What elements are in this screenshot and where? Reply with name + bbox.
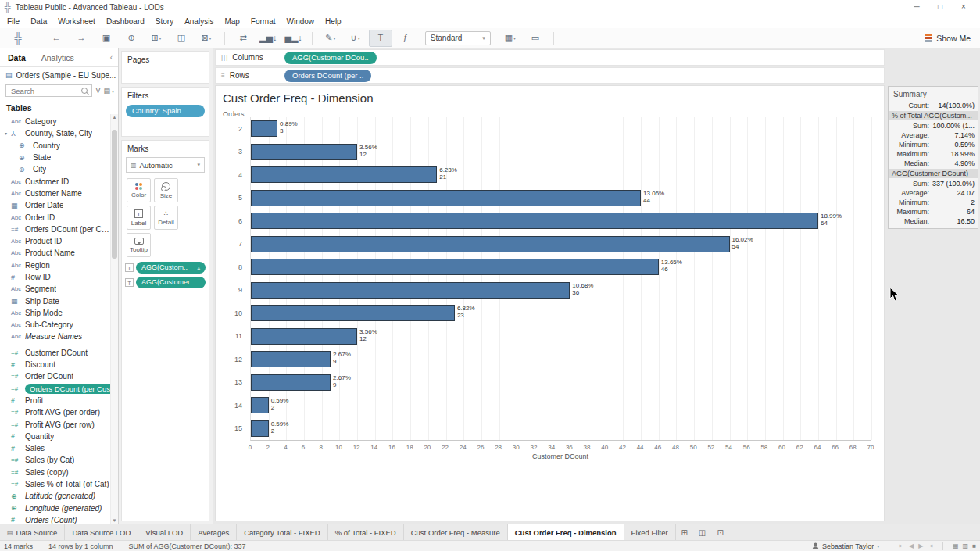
field-customer-dcount[interactable]: =#Customer DCount [0, 347, 111, 359]
field-customer-id[interactable]: AbcCustomer ID [0, 175, 111, 187]
field-sales[interactable]: #Sales [0, 442, 111, 454]
scroll-up-icon[interactable]: ▲ [111, 115, 118, 120]
field-order-date[interactable]: ▦Order Date [0, 199, 111, 211]
field-quantity[interactable]: #Quantity [0, 431, 111, 442]
save-button[interactable]: ▣ [95, 30, 118, 47]
color-button[interactable]: Color [127, 178, 151, 202]
label-button[interactable]: T Label [127, 206, 151, 230]
filters-card[interactable]: Filters Country: Spain [121, 87, 209, 137]
menu-map[interactable]: Map [219, 16, 245, 27]
rows-pill[interactable]: Orders DCount (per .. [284, 70, 371, 82]
presentation-mode-button[interactable]: ▭ [524, 30, 547, 47]
field-row-id[interactable]: #Row ID [0, 271, 111, 283]
menu-worksheet[interactable]: Worksheet [52, 16, 101, 27]
field-category[interactable]: AbcCategory [0, 116, 111, 127]
bar[interactable] [251, 213, 818, 229]
field-sub-category[interactable]: AbcSub-Category [0, 319, 111, 331]
new-worksheet-tab[interactable]: ⊞ [676, 524, 694, 540]
sheet-nav-icon-2[interactable]: ▶ [918, 542, 923, 549]
user-menu[interactable]: Sebastian Taylor ▾ [812, 542, 879, 550]
new-story-tab[interactable]: ⊡ [712, 524, 730, 540]
duplicate-sheet-button[interactable]: ◫ [170, 30, 193, 47]
tab-cust-order-freq-dimension[interactable]: Cust Order Freq - Dimension [508, 524, 624, 540]
columns-shelf[interactable]: ||| Columns AGG(Customer DCou.. [215, 49, 885, 66]
view-mode-icon-2[interactable]: ■ [972, 542, 976, 549]
view-options-icon[interactable]: ▤▾ [103, 87, 114, 95]
undo-button[interactable]: ← [45, 30, 68, 47]
field-measure-names[interactable]: AbcMeasure Names [0, 331, 111, 342]
field-state[interactable]: ⊕State [0, 152, 111, 163]
bar[interactable] [251, 282, 570, 299]
tab-averages[interactable]: Averages [191, 524, 237, 540]
scrollbar-thumb[interactable] [112, 130, 117, 259]
bar[interactable] [251, 144, 357, 160]
bar[interactable] [251, 328, 357, 345]
field-orders-dcount-per-cus[interactable]: =#Orders DCount (per Cus... [0, 383, 111, 395]
field-sales-by-cat[interactable]: =#Sales (by Cat) [0, 454, 111, 466]
bar[interactable] [251, 305, 455, 321]
field-customer-name[interactable]: AbcCustomer Name [0, 188, 111, 199]
maximize-button[interactable]: □ [928, 0, 952, 14]
field-latitude-generated[interactable]: ⊕Latitude (generated) [0, 490, 111, 502]
highlight-button[interactable]: ✎▾ [319, 30, 342, 47]
tab-data-source-lod[interactable]: Data Source LOD [65, 524, 138, 540]
view-mode-icon-1[interactable]: ▥ [963, 542, 969, 549]
filter-fields-icon[interactable]: ∇ [95, 87, 100, 95]
columns-pill[interactable]: AGG(Customer DCou.. [284, 52, 377, 64]
tab-data[interactable]: Data [0, 50, 34, 66]
marks-pill[interactable]: AGG(Customer.. [136, 277, 206, 288]
bar[interactable] [251, 166, 437, 183]
field-order-dcount[interactable]: =#Order DCount [0, 370, 111, 382]
close-button[interactable]: × [952, 0, 975, 14]
field-country-state-city[interactable]: ▾YCountry, State, City [0, 127, 111, 139]
tooltip-button[interactable]: Tooltip [127, 233, 151, 257]
field-profit-avg-per-order[interactable]: =#Profit AVG (per order) [0, 406, 111, 418]
view-mode-icon-0[interactable]: ▦ [953, 542, 959, 549]
bar[interactable] [251, 374, 331, 391]
bar[interactable] [251, 190, 641, 206]
sort-descending-button[interactable]: ▅▂↓ [281, 30, 305, 47]
field-segment[interactable]: AbcSegment [0, 283, 111, 295]
show-hide-cards-button[interactable]: ▦▾ [499, 30, 522, 47]
menu-window[interactable]: Window [281, 16, 320, 27]
field-profit-avg-per-row[interactable]: =#Profit AVG (per row) [0, 418, 111, 430]
field-discount[interactable]: #Discount [0, 359, 111, 370]
field-orders-count[interactable]: #Orders (Count) [0, 514, 111, 524]
tab-of-total-fixed[interactable]: % of Total - FIXED [328, 524, 404, 540]
sheet-nav-icon-1[interactable]: ◀ [909, 542, 914, 549]
bar[interactable] [251, 236, 730, 252]
field-sales-copy[interactable]: =#Sales (copy) [0, 467, 111, 478]
field-city[interactable]: ⊕City [0, 163, 111, 175]
menu-file[interactable]: File [2, 16, 25, 27]
field-ship-mode[interactable]: AbcShip Mode [0, 307, 111, 319]
bar[interactable] [251, 420, 269, 437]
field-product-name[interactable]: AbcProduct Name [0, 247, 111, 259]
bar[interactable] [251, 120, 277, 137]
rows-shelf[interactable]: ≡ Rows Orders DCount (per .. [215, 67, 885, 84]
swap-rows-columns-button[interactable]: ⇄ [231, 30, 255, 47]
show-me-button[interactable]: Show Me [925, 34, 974, 43]
filter-pill-country[interactable]: Country: Spain [126, 105, 205, 117]
tab-category-total-fixed[interactable]: Category Total - FIXED [237, 524, 328, 540]
tab-fixed-filter[interactable]: Fixed Filter [624, 524, 676, 540]
field-longitude-generated[interactable]: ⊕Longitude (generated) [0, 503, 111, 514]
detail-button[interactable]: ∴ Detail [154, 206, 178, 230]
pages-card[interactable]: Pages [121, 51, 209, 84]
field-ship-date[interactable]: ▦Ship Date [0, 295, 111, 306]
field-sales-of-total-of-cat[interactable]: =#Sales % of Total (of Cat) [0, 478, 111, 490]
tab-data-source[interactable]: ▤Data Source [0, 524, 65, 540]
redo-button[interactable]: → [70, 30, 93, 47]
bar[interactable] [251, 397, 269, 413]
tab-visual-lod[interactable]: Visual LOD [138, 524, 191, 540]
new-worksheet-button[interactable]: ⊞▾ [145, 30, 168, 47]
minimize-button[interactable]: ─ [905, 0, 928, 14]
sheet-nav-icon-0[interactable]: ⇤ [899, 542, 904, 549]
data-source-row[interactable]: ▤ Orders (Sample - EU Supe... [0, 67, 118, 83]
collapse-pane-icon[interactable]: ‹ [105, 52, 118, 63]
expand-caret-icon[interactable]: ▾ [5, 131, 11, 136]
sort-ascending-button[interactable]: ▂▅↓ [256, 30, 280, 47]
show-mark-labels-button[interactable]: T [369, 30, 392, 47]
group-members-button[interactable]: ∪▾ [344, 30, 367, 47]
tab-cust-order-freq-measure[interactable]: Cust Order Freq - Measure [404, 524, 508, 540]
mark-type-dropdown[interactable]: ▥ Automatic ▾ [126, 157, 205, 173]
